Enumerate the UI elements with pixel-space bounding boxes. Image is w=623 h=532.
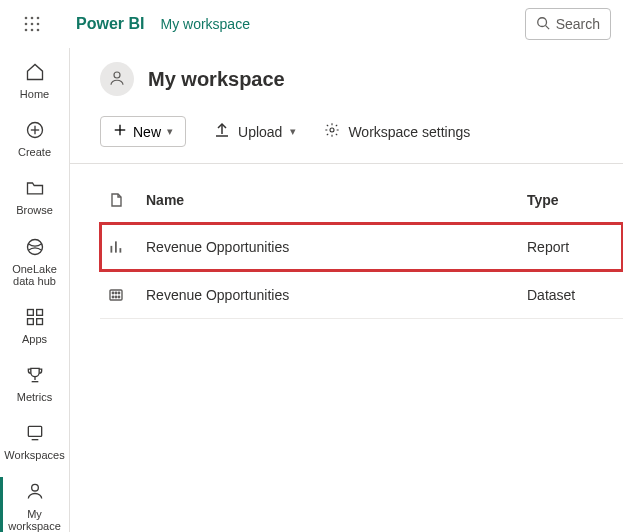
table-header: Name Type [100,192,623,223]
rail-browse[interactable]: Browse [0,168,69,226]
column-name[interactable]: Name [146,192,527,208]
rail-label: Workspaces [4,449,64,461]
workspace-avatar [100,62,134,96]
row-name: Revenue Opportunities [146,239,527,255]
svg-point-38 [115,296,116,297]
chevron-down-icon: ▾ [290,125,296,138]
topbar: Power BI My workspace Search [0,0,623,48]
svg-point-34 [112,292,113,293]
content: Home Create Browse O [0,48,623,532]
search-icon [536,16,550,33]
svg-point-7 [31,29,34,32]
svg-point-35 [115,292,116,293]
apps-icon [25,307,45,329]
rail-workspaces[interactable]: Workspaces [0,413,69,471]
search-label: Search [556,16,600,32]
rail-label: Metrics [17,391,52,403]
rail-label: Apps [22,333,47,345]
app-launcher-icon[interactable] [12,0,52,48]
chevron-down-icon: ▾ [167,125,173,138]
table-row[interactable]: Revenue Opportunities Dataset [100,271,623,319]
svg-point-14 [27,239,42,254]
plus-icon [113,123,127,140]
person-icon [108,69,126,90]
onelake-icon [25,237,45,259]
rail-my-workspace[interactable]: My workspace [0,471,69,532]
column-type[interactable]: Type [527,192,617,208]
svg-rect-33 [110,290,122,300]
svg-point-0 [25,17,28,20]
breadcrumb[interactable]: My workspace [160,16,249,32]
rail-label: Browse [16,204,53,216]
svg-point-23 [31,485,38,492]
row-type: Report [527,239,617,255]
upload-button[interactable]: Upload ▾ [214,122,296,141]
left-rail: Home Create Browse O [0,48,70,532]
svg-point-24 [114,72,120,78]
search-box[interactable]: Search [525,8,611,40]
person-icon [25,481,45,503]
rail-label: OneLake data hub [2,263,67,287]
svg-point-3 [25,23,28,26]
home-icon [25,62,45,84]
trophy-icon [25,365,45,387]
toolbar: New ▾ Upload ▾ [100,110,623,163]
new-label: New [133,124,161,140]
svg-point-5 [37,23,40,26]
svg-point-9 [537,17,546,26]
rail-label: Create [18,146,51,158]
svg-point-1 [31,17,34,20]
rail-home[interactable]: Home [0,52,69,110]
svg-point-37 [112,296,113,297]
brand-label[interactable]: Power BI [76,15,144,33]
column-icon[interactable] [100,192,146,208]
rail-label: Home [20,88,49,100]
workspace-header: My workspace [100,56,623,110]
upload-label: Upload [238,124,282,140]
upload-icon [214,122,230,141]
svg-rect-17 [27,319,33,325]
svg-rect-15 [27,309,33,315]
page-title: My workspace [148,68,285,91]
svg-rect-16 [36,309,42,315]
svg-rect-18 [36,319,42,325]
settings-label: Workspace settings [348,124,470,140]
svg-point-4 [31,23,34,26]
report-icon [100,238,146,256]
row-type: Dataset [527,287,617,303]
plus-circle-icon [25,120,45,142]
gear-icon [324,122,340,141]
rail-datahub[interactable]: OneLake data hub [0,227,69,297]
table-row[interactable]: Revenue Opportunities Report [100,223,623,271]
items-table: Name Type Revenue Opportunities Report [100,164,623,319]
svg-line-10 [545,25,549,29]
svg-point-2 [37,17,40,20]
svg-rect-21 [28,427,41,437]
row-name: Revenue Opportunities [146,287,527,303]
rail-apps[interactable]: Apps [0,297,69,355]
dataset-icon [100,287,146,303]
svg-point-39 [118,296,119,297]
workspaces-icon [25,423,45,445]
workspace-settings-button[interactable]: Workspace settings [324,122,470,141]
new-button[interactable]: New ▾ [100,116,186,147]
svg-point-29 [330,128,334,132]
rail-create[interactable]: Create [0,110,69,168]
rail-label: My workspace [2,508,67,532]
svg-point-6 [25,29,28,32]
main: My workspace New ▾ [70,48,623,532]
svg-point-36 [118,292,119,293]
svg-point-8 [37,29,40,32]
rail-metrics[interactable]: Metrics [0,355,69,413]
folder-icon [25,178,45,200]
